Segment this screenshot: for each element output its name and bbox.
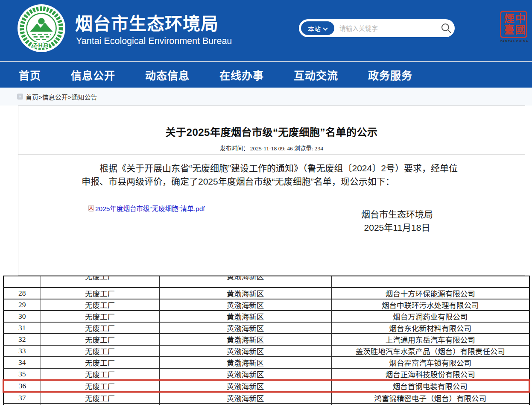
attachment-pdf-link[interactable]: 2025年度烟台市级“无废细胞”清单.pdf	[95, 203, 205, 213]
table-row-partial: 无废工厂黄渤海新区	[3, 276, 529, 288]
attachment-row: 人 2025年度烟台市级“无废细胞”清单.pdf	[88, 203, 205, 213]
table-row-31: 31无废工厂黄渤海新区烟台东化新材料有限公司	[3, 322, 529, 334]
cell-category: 无废工厂	[41, 392, 159, 404]
cell-company: 鸿富锦精密电子（烟台）有限公司	[331, 392, 529, 404]
table-row-35: 35无废工厂黄渤海新区烟台正海科技股份有限公司	[3, 368, 529, 380]
cell-category: 无废工厂	[41, 322, 159, 334]
cell-district: 黄渤海新区	[159, 322, 331, 334]
main-navbar: 首页信息公开动态信息在线办事互动交流政务服务	[0, 62, 532, 88]
cell-list-table-wrap: 无废工厂黄渤海新区28无废工厂黄渤海新区烟台十方环保能源有限公司29无废工厂黄渤…	[3, 276, 530, 405]
cell-no: 29	[3, 299, 41, 311]
table-row-28: 28无废工厂黄渤海新区烟台十方环保能源有限公司	[3, 288, 529, 299]
table-row-32: 32无废工厂黄渤海新区上汽通用东岳汽车有限公司	[3, 334, 529, 345]
table-row-37: 37无废工厂黄渤海新区鸿富锦精密电子（烟台）有限公司	[3, 392, 529, 404]
page-title: 关于2025年度烟台市级“无废细胞”名单的公示	[18, 124, 525, 139]
cell-category: 无废工厂	[41, 368, 159, 380]
title-divider	[18, 154, 525, 155]
views-value: 234	[315, 145, 323, 152]
page-body: » 首页>信息公开>通知公告 关于2025年度烟台市级“无废细胞”名单的公示 发…	[0, 88, 532, 405]
cell-district: 黄渤海新区	[159, 311, 331, 322]
cell-district: 黄渤海新区	[159, 380, 331, 392]
nav-list: 首页信息公开动态信息在线办事互动交流政务服务	[0, 62, 532, 88]
search-input[interactable]	[339, 22, 438, 35]
cell-district: 黄渤海新区	[159, 299, 331, 311]
seal-left-chars: 煙臺	[503, 13, 513, 35]
cell-company: 烟台万润药业有限公司	[331, 311, 529, 322]
search-icon	[441, 23, 452, 34]
cell-company: 烟台中联环污水处理有限公司	[331, 299, 529, 311]
search-button[interactable]	[438, 20, 455, 37]
cell-district: 黄渤海新区	[159, 288, 331, 299]
breadcrumb[interactable]: 首页>信息公开>通知公告	[26, 92, 97, 101]
cell-company: 烟台东化新材料有限公司	[331, 322, 529, 334]
views-label: 浏览量:	[294, 145, 313, 152]
nav-item-0[interactable]: 首页	[19, 67, 41, 82]
seal-stamp-icon: 中國 煙臺	[500, 11, 527, 38]
cell-no: 31	[3, 322, 41, 334]
publish-time-value: 2025-11-18 09: 46	[250, 145, 293, 152]
cell-category: 无废工厂	[41, 380, 159, 392]
seal-right-chars: 中國	[514, 13, 524, 35]
cell-no: 36	[3, 380, 41, 392]
seal-caption: YANTAI·CHINA	[500, 40, 527, 43]
cell-company: 上汽通用东岳汽车有限公司	[331, 334, 529, 345]
cell-category: 无废工厂	[41, 288, 159, 299]
notice-table-body: 无废工厂黄渤海新区28无废工厂黄渤海新区烟台十方环保能源有限公司29无废工厂黄渤…	[3, 276, 529, 405]
cell-category: 无废工厂	[41, 357, 159, 368]
nav-item-3[interactable]: 在线办事	[219, 67, 264, 82]
publish-time-label: 发布时间：	[220, 145, 249, 152]
signature-date: 2025年11月18日	[361, 221, 433, 234]
cell-district: 黄渤海新区	[159, 276, 331, 288]
nav-item-5[interactable]: 政务服务	[368, 67, 412, 82]
table-row-34: 34无废工厂黄渤海新区烟台霍富汽车锁有限公司	[3, 357, 529, 368]
nav-item-4[interactable]: 互动交流	[294, 67, 338, 82]
cell-category: 无废工厂	[41, 311, 159, 322]
cell-company: 烟台正海科技股份有限公司	[331, 368, 529, 380]
cell-district: 黄渤海新区	[159, 357, 331, 368]
cell-no: 37	[3, 392, 41, 404]
search-scope-label: 本站	[308, 24, 321, 33]
site-title-en: Yantai Ecological Environment Bureau	[76, 36, 332, 47]
signature-block: 烟台市生态环境局 2025年11月18日	[361, 208, 433, 234]
article-meta: 发布时间： 2025-11-18 09: 46 浏览量: 234	[18, 144, 525, 152]
cell-company	[331, 276, 529, 288]
cell-company: 烟台霍富汽车锁有限公司	[331, 357, 529, 368]
signature-org: 烟台市生态环境局	[361, 208, 433, 221]
article-paragraph: 根据《关于开展山东省“无废细胞”建设工作的通知》（鲁无废组〔2024〕2号）要求…	[82, 161, 459, 188]
breadcrumb-bar: » 首页>信息公开>通知公告	[0, 88, 532, 106]
cell-no: 35	[3, 368, 41, 380]
cell-district: 黄渤海新区	[159, 334, 331, 345]
site-title-zh: 烟台市生态环境局	[75, 9, 331, 35]
table-row-30: 30无废工厂黄渤海新区烟台万润药业有限公司	[3, 311, 529, 322]
cell-district: 黄渤海新区	[159, 368, 331, 380]
site-header: ZHB 烟台市生态环境局 Yantai Ecological Environme…	[0, 0, 532, 62]
yantai-china-seal: 中國 煙臺 YANTAI·CHINA	[500, 11, 527, 47]
cell-category: 无废工厂	[41, 276, 159, 288]
cell-category: 无废工厂	[41, 299, 159, 311]
table-row-33: 33无废工厂黄渤海新区盖茨胜地汽车水泵产品（烟台）有限责任公司	[3, 345, 529, 357]
cell-category: 无废工厂	[41, 334, 159, 345]
site-search: 本站	[299, 19, 455, 37]
search-scope-dropdown[interactable]: 本站	[301, 21, 334, 35]
breadcrumb-marker-icon: »	[17, 94, 23, 100]
cell-no: 33	[3, 345, 41, 357]
cell-category: 无废工厂	[41, 345, 159, 357]
cell-no	[3, 276, 41, 288]
cell-no: 28	[3, 288, 41, 299]
cell-no: 32	[3, 334, 41, 345]
cell-company: 烟台首钢电装有限公司	[331, 380, 529, 392]
bureau-emblem-icon: ZHB	[17, 4, 66, 53]
nav-item-2[interactable]: 动态信息	[145, 67, 190, 82]
cell-district: 黄渤海新区	[159, 345, 331, 357]
cell-no: 30	[3, 311, 41, 322]
no-waste-cell-table: 无废工厂黄渤海新区28无废工厂黄渤海新区烟台十方环保能源有限公司29无废工厂黄渤…	[3, 276, 530, 405]
logo-abbr: ZHB	[33, 42, 50, 49]
article-container: 关于2025年度烟台市级“无废细胞”名单的公示 发布时间： 2025-11-18…	[18, 106, 525, 276]
pdf-icon: 人	[88, 205, 94, 211]
cell-no: 34	[3, 357, 41, 368]
cell-district: 黄渤海新区	[159, 392, 331, 404]
table-row-36: 36无废工厂黄渤海新区烟台首钢电装有限公司	[3, 380, 529, 392]
cell-company: 烟台十方环保能源有限公司	[331, 288, 529, 299]
nav-item-1[interactable]: 信息公开	[71, 67, 115, 82]
cell-company: 盖茨胜地汽车水泵产品（烟台）有限责任公司	[331, 345, 529, 357]
